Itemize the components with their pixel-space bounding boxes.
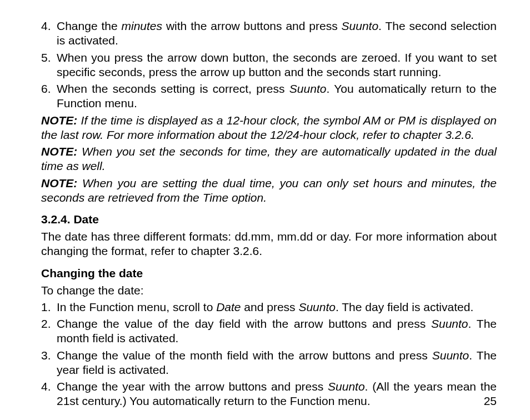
note-label: NOTE: bbox=[41, 114, 77, 127]
time-steps-list: 4.Change the minutes with the arrow butt… bbox=[33, 19, 497, 111]
list-item-number: 3. bbox=[33, 348, 57, 363]
note-text: When you are setting the dual time, you … bbox=[41, 177, 497, 204]
note: NOTE: When you set the seconds for time,… bbox=[41, 144, 497, 174]
list-item-number: 5. bbox=[33, 51, 57, 65]
time-step-item: 6.When the seconds setting is correct, p… bbox=[33, 82, 497, 111]
note: NOTE: When you are setting the dual time… bbox=[41, 176, 497, 206]
note-label: NOTE: bbox=[41, 177, 77, 189]
list-item-number: 6. bbox=[33, 82, 57, 96]
list-item-number: 4. bbox=[33, 19, 57, 33]
list-item-body: When you press the arrow down button, th… bbox=[57, 51, 497, 80]
section-subheading: Changing the date bbox=[41, 267, 497, 280]
note-text: If the time is displayed as a 12-hour cl… bbox=[41, 114, 497, 141]
date-step-item: 2.Change the value of the day field with… bbox=[33, 317, 497, 346]
date-step-item: 1.In the Function menu, scroll to Date a… bbox=[33, 300, 497, 314]
date-step-item: 4.Change the year with the arrow buttons… bbox=[33, 379, 497, 409]
manual-page: 4.Change the minutes with the arrow butt… bbox=[0, 0, 530, 420]
list-item-number: 2. bbox=[33, 317, 57, 331]
section-lead: To change the date: bbox=[41, 283, 497, 298]
time-step-item: 5.When you press the arrow down button, … bbox=[33, 51, 497, 80]
note-text: When you set the seconds for time, they … bbox=[41, 145, 497, 172]
list-item-number: 1. bbox=[33, 300, 57, 314]
date-steps-list: 1.In the Function menu, scroll to Date a… bbox=[33, 300, 497, 409]
page-number: 25 bbox=[484, 394, 497, 408]
list-item-body: Change the year with the arrow buttons a… bbox=[57, 379, 497, 409]
note-label: NOTE: bbox=[41, 145, 77, 158]
note: NOTE: If the time is displayed as a 12-h… bbox=[41, 113, 497, 143]
list-item-body: In the Function menu, scroll to Date and… bbox=[57, 300, 497, 314]
list-item-body: Change the minutes with the arrow button… bbox=[57, 19, 497, 48]
list-item-body: Change the value of the day field with t… bbox=[57, 317, 497, 346]
notes-block: NOTE: If the time is displayed as a 12-h… bbox=[33, 113, 497, 206]
list-item-body: When the seconds setting is correct, pre… bbox=[57, 82, 497, 111]
list-item-body: Change the value of the month field with… bbox=[57, 348, 497, 378]
section-intro: The date has three different formats: dd… bbox=[41, 229, 497, 259]
date-step-item: 3.Change the value of the month field wi… bbox=[33, 348, 497, 378]
section-heading: 3.2.4. Date bbox=[41, 213, 497, 226]
time-step-item: 4.Change the minutes with the arrow butt… bbox=[33, 19, 497, 48]
list-item-number: 4. bbox=[33, 379, 57, 394]
